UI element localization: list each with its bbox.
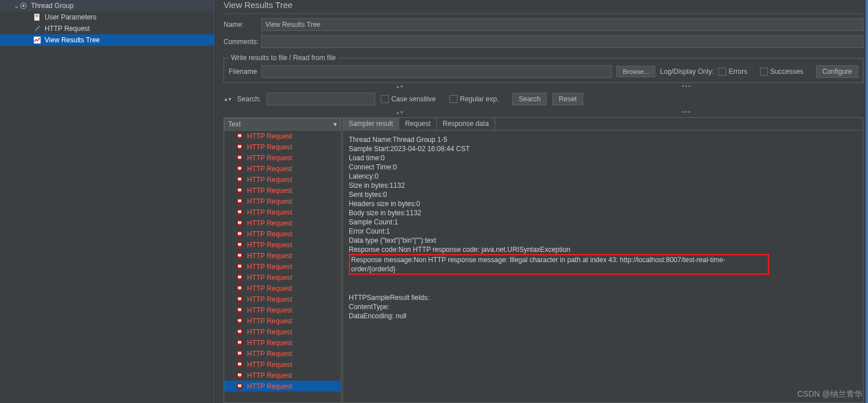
expand-arrow-icon[interactable]: ⌄ xyxy=(14,2,19,10)
result-item-label: HTTP Request xyxy=(247,252,292,260)
result-item-label: HTTP Request xyxy=(247,143,292,151)
result-item-label: HTTP Request xyxy=(247,350,292,358)
tree-label: Thread Group xyxy=(31,2,74,10)
sampler-line: DataEncoding: null xyxy=(349,311,857,321)
tab-request[interactable]: Request xyxy=(399,118,437,130)
result-item[interactable]: HTTP Request xyxy=(224,337,341,348)
error-shield-icon xyxy=(236,372,244,380)
result-item[interactable]: HTTP Request xyxy=(224,370,341,381)
error-shield-icon xyxy=(236,306,244,314)
svg-rect-2 xyxy=(34,14,39,21)
result-item-label: HTTP Request xyxy=(247,230,292,238)
errors-checkbox[interactable] xyxy=(718,68,726,76)
tab-response-data[interactable]: Response data xyxy=(437,118,495,130)
result-item-label: HTTP Request xyxy=(247,154,292,162)
result-item[interactable]: HTTP Request xyxy=(224,152,341,163)
sampler-line: Sent bytes:0 xyxy=(349,190,857,199)
result-item[interactable]: HTTP Request xyxy=(224,228,341,239)
result-item[interactable]: HTTP Request xyxy=(224,131,341,141)
result-item[interactable]: HTTP Request xyxy=(224,381,341,392)
error-shield-icon xyxy=(236,219,244,227)
sampler-line: ContentType: xyxy=(349,302,857,311)
result-item[interactable]: HTTP Request xyxy=(224,250,341,261)
result-item[interactable]: HTTP Request xyxy=(224,174,341,185)
reset-button[interactable]: Reset xyxy=(552,93,583,105)
result-item[interactable]: HTTP Request xyxy=(224,163,341,174)
tree-label: View Results Tree xyxy=(45,36,100,44)
result-item-label: HTTP Request xyxy=(247,208,292,216)
successes-label: Successes xyxy=(770,68,803,76)
error-shield-icon xyxy=(236,241,244,249)
case-sensitive-label: Case sensitive xyxy=(391,95,436,103)
error-shield-icon xyxy=(236,295,244,303)
result-item-label: HTTP Request xyxy=(247,382,292,390)
regexp-label: Regular exp. xyxy=(460,95,499,103)
result-item[interactable]: HTTP Request xyxy=(224,294,341,305)
chart-icon xyxy=(33,36,41,44)
name-input[interactable] xyxy=(261,18,863,31)
error-shield-icon xyxy=(236,154,244,162)
filename-input[interactable] xyxy=(261,65,612,78)
error-shield-icon xyxy=(236,274,244,282)
comments-input[interactable] xyxy=(261,35,863,48)
result-item[interactable]: HTTP Request xyxy=(224,272,341,283)
configure-button[interactable]: Configure xyxy=(816,65,858,78)
result-item[interactable]: HTTP Request xyxy=(224,185,341,196)
document-icon xyxy=(33,13,41,21)
result-item[interactable]: HTTP Request xyxy=(224,261,341,272)
search-input[interactable] xyxy=(266,93,375,105)
sampler-result-content[interactable]: Thread Name:Thread Group 1-5Sample Start… xyxy=(343,131,863,402)
tree-item-thread-group[interactable]: ⌄ Thread Group xyxy=(0,0,214,11)
result-item-label: HTTP Request xyxy=(247,295,292,303)
sampler-line: Size in bytes:1132 xyxy=(349,181,857,190)
result-item[interactable]: HTTP Request xyxy=(224,326,341,337)
case-sensitive-checkbox[interactable] xyxy=(381,95,389,103)
tree-label: User Parameters xyxy=(45,13,97,21)
browse-button[interactable]: Browse... xyxy=(616,66,655,77)
result-item-label: HTTP Request xyxy=(247,219,292,227)
tab-sampler-result[interactable]: Sampler result xyxy=(343,118,399,130)
result-item[interactable]: HTTP Request xyxy=(224,305,341,315)
sampler-line: Thread Name:Thread Group 1-5 xyxy=(349,135,857,144)
sampler-line: Latency:0 xyxy=(349,172,857,181)
tree-item-http-request[interactable]: HTTP Request xyxy=(0,23,214,34)
error-shield-icon xyxy=(236,208,244,216)
error-shield-icon xyxy=(236,197,244,206)
result-item-label: HTTP Request xyxy=(247,176,292,184)
sampler-line: Connect Time:0 xyxy=(349,163,857,172)
result-item[interactable]: HTTP Request xyxy=(224,348,341,359)
gear-icon xyxy=(19,2,27,10)
result-item-label: HTTP Request xyxy=(247,372,292,380)
regexp-checkbox[interactable] xyxy=(449,95,457,103)
renderer-dropdown[interactable]: Text ▾ xyxy=(224,118,341,131)
result-item[interactable]: HTTP Request xyxy=(224,141,341,152)
result-item[interactable]: HTTP Request xyxy=(224,196,341,207)
pipette-icon xyxy=(33,25,41,33)
result-item[interactable]: HTTP Request xyxy=(224,315,341,326)
result-item-label: HTTP Request xyxy=(247,132,292,140)
error-shield-icon xyxy=(236,339,244,347)
result-item[interactable]: HTTP Request xyxy=(224,239,341,250)
error-shield-icon xyxy=(236,361,244,369)
tree-label: HTTP Request xyxy=(45,25,90,33)
result-item[interactable]: HTTP Request xyxy=(224,218,341,228)
error-shield-icon xyxy=(236,328,244,336)
result-item[interactable]: HTTP Request xyxy=(224,283,341,294)
result-item-label: HTTP Request xyxy=(247,187,292,195)
tree-item-view-results-tree[interactable]: View Results Tree xyxy=(0,34,214,46)
svg-rect-3 xyxy=(35,15,38,15)
error-shield-icon xyxy=(236,165,244,173)
result-item[interactable]: HTTP Request xyxy=(224,207,341,218)
sampler-line: Body size in bytes:1132 xyxy=(349,208,857,218)
successes-checkbox[interactable] xyxy=(760,68,768,76)
sampler-line: HTTPSampleResult fields: xyxy=(349,293,857,302)
svg-point-1 xyxy=(22,5,25,7)
tree-item-user-parameters[interactable]: User Parameters xyxy=(0,11,214,23)
error-shield-icon xyxy=(236,317,244,325)
error-shield-icon xyxy=(236,187,244,195)
errors-label: Errors xyxy=(728,68,747,76)
test-plan-tree[interactable]: ⌄ Thread Group User Parameters HTTP Requ… xyxy=(0,0,215,403)
search-button[interactable]: Search xyxy=(512,93,547,105)
result-item[interactable]: HTTP Request xyxy=(224,359,341,370)
result-list[interactable]: HTTP RequestHTTP RequestHTTP RequestHTTP… xyxy=(224,131,341,402)
